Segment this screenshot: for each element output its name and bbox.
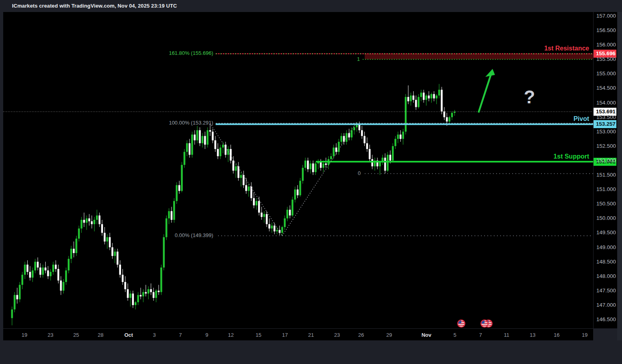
scroll-strip xyxy=(617,12,622,340)
chart-header-bar: ICmarkets created with TradingView.com, … xyxy=(0,0,622,12)
time-axis[interactable]: 19232528Oct37912151721232629Nov571113161… xyxy=(3,328,593,341)
price-axis-label: 150.500 xyxy=(596,201,616,207)
time-axis-label: 19 xyxy=(582,332,588,338)
time-axis-label: 19 xyxy=(22,332,27,338)
time-axis-label: 16 xyxy=(554,332,559,338)
trend-dotted-line[interactable] xyxy=(282,122,357,236)
time-axis-label: 29 xyxy=(386,332,392,338)
price-axis-label: 152.500 xyxy=(596,143,616,149)
price-axis-label: 146.500 xyxy=(596,316,616,322)
time-axis-label: 28 xyxy=(98,332,103,338)
price-axis-label: 154.000 xyxy=(596,100,616,106)
price-axis-label: 153.000 xyxy=(596,129,616,135)
time-axis-label: 15 xyxy=(256,332,261,338)
time-axis-label: 3 xyxy=(153,332,156,338)
candles-series xyxy=(11,84,456,326)
time-axis-label: 23 xyxy=(334,332,340,338)
price-axis-label: 153.500 xyxy=(596,114,616,120)
price-axis-label: 151.000 xyxy=(596,186,616,192)
price-axis-label: 147.000 xyxy=(596,302,616,308)
chart-pane[interactable]: ? 161.80% (155.696) 100.00% (153.291) 0.… xyxy=(3,12,593,328)
price-axis-label: 148.000 xyxy=(596,273,616,279)
candlestick-chart[interactable]: ? xyxy=(3,12,593,328)
price-axis-label: 149.500 xyxy=(596,229,616,235)
time-axis-label: 7 xyxy=(479,332,482,338)
price-axis-label: 151.500 xyxy=(596,172,616,178)
time-axis-label: 7 xyxy=(179,332,182,338)
economic-event-flag-icon[interactable] xyxy=(481,320,488,328)
question-mark-annotation[interactable]: ? xyxy=(524,86,535,107)
time-axis-label: 9 xyxy=(205,332,208,338)
price-tag-pivot: 153.257 xyxy=(594,120,616,128)
price-axis[interactable]: 155.696 153.691 153.257 151.961 157.0001… xyxy=(593,12,618,328)
price-axis-label: 150.000 xyxy=(596,215,616,221)
price-axis-label: 152.000 xyxy=(596,157,616,163)
watermark-attribution: ICmarkets created with TradingView.com, … xyxy=(12,3,177,9)
tradingview-chart-window: ICmarkets created with TradingView.com, … xyxy=(0,0,622,364)
time-axis-label: Nov xyxy=(422,332,432,338)
chart-footer-bar: TradingView xyxy=(0,340,622,364)
time-axis-label: 12 xyxy=(228,332,234,338)
price-axis-label: 149.000 xyxy=(596,244,616,250)
time-axis-label: 21 xyxy=(308,332,314,338)
time-axis-label: 25 xyxy=(73,332,79,338)
price-axis-label: 155.500 xyxy=(596,56,616,62)
time-axis-label: 11 xyxy=(504,332,509,338)
price-axis-label: 155.000 xyxy=(596,70,616,76)
time-axis-label: 13 xyxy=(530,332,535,338)
time-axis-label: 17 xyxy=(282,332,288,338)
time-axis-label: Oct xyxy=(124,332,133,338)
price-axis-label: 156.500 xyxy=(596,27,616,33)
time-axis-label: 23 xyxy=(48,332,53,338)
price-axis-label: 154.500 xyxy=(596,85,616,91)
price-axis-label: 157.000 xyxy=(596,13,616,19)
up-arrow-icon[interactable] xyxy=(479,74,491,113)
resistance-zone[interactable] xyxy=(365,54,593,59)
price-axis-label: 156.000 xyxy=(596,42,616,48)
economic-event-flag-icon[interactable] xyxy=(458,320,465,328)
price-axis-label: 148.500 xyxy=(596,259,616,265)
time-axis-label: 26 xyxy=(358,332,364,338)
time-axis-label: 5 xyxy=(453,332,456,338)
price-axis-label: 147.500 xyxy=(596,288,616,294)
